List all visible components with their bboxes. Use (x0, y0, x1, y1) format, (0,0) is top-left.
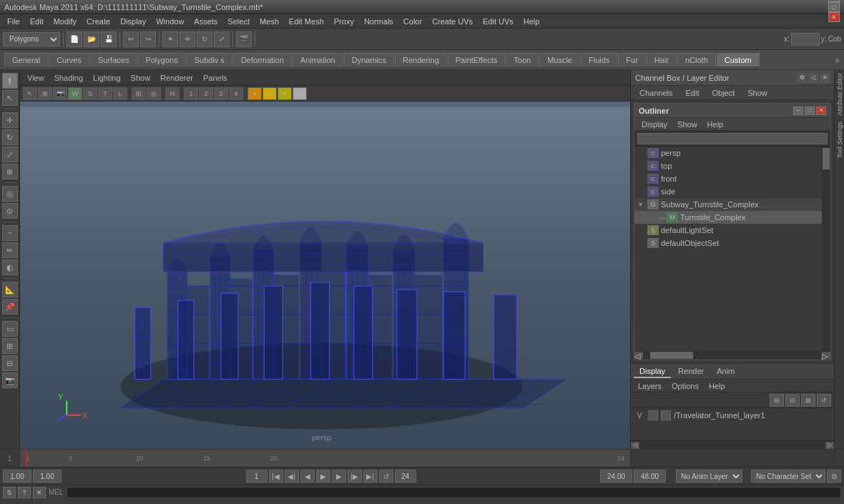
pb-skip-end[interactable]: ▶| (363, 470, 378, 483)
pb-prev[interactable]: ◀ (300, 470, 315, 483)
character-set-select[interactable]: No Character Set (751, 470, 825, 483)
shelf-tab-curves[interactable]: Curves (49, 53, 89, 66)
cb-tab-edit[interactable]: Edit (679, 87, 705, 99)
scroll-right[interactable]: ▷ (822, 352, 830, 359)
vp-wireframe-icon[interactable]: W (68, 87, 82, 100)
select-icon[interactable]: ✦ (162, 31, 178, 47)
viewport[interactable]: View Shading Lighting Show Renderer Pane… (20, 70, 630, 449)
script-editor-icon[interactable]: S (3, 487, 16, 498)
paint-tool[interactable]: ✏ (2, 242, 18, 258)
outliner-search-input[interactable] (637, 133, 828, 144)
menu-select[interactable]: Select (223, 16, 254, 27)
shelf-tab-ncloth[interactable]: nCloth (677, 53, 716, 66)
menu-color[interactable]: Color (399, 16, 426, 27)
outliner-menu-help[interactable]: Help (703, 119, 728, 129)
shelf-tab-hair[interactable]: Hair (647, 53, 677, 66)
shelf-tab-rendering[interactable]: Rendering (395, 53, 447, 66)
vp-r1-icon[interactable]: 1 (184, 87, 198, 100)
menu-edit-mesh[interactable]: Edit Mesh (285, 16, 328, 27)
playback-frame-input[interactable] (246, 470, 268, 483)
vp-camera-icon[interactable]: 📷 (53, 87, 67, 100)
vp-renderer-menu[interactable]: Renderer (156, 72, 197, 84)
layer-tab-anim[interactable]: Anim (711, 365, 740, 378)
show-manip-tool[interactable]: ⊙ (2, 203, 18, 219)
pb-loop[interactable]: ↺ (379, 470, 393, 483)
pb-next-key[interactable]: |▶ (348, 470, 362, 483)
menu-display[interactable]: Display (116, 16, 150, 27)
menu-create[interactable]: Create (82, 16, 114, 27)
vp-lighting-menu[interactable]: Lighting (89, 72, 125, 84)
vp-grid-icon[interactable]: ⊞ (132, 87, 146, 100)
vp-isolate-icon[interactable]: ◎ (147, 87, 161, 100)
pb-play[interactable]: ▶ (316, 470, 330, 483)
pb-prev-key[interactable]: ◀| (285, 470, 299, 483)
vp-show-menu[interactable]: Show (127, 72, 155, 84)
curve-tool[interactable]: ~ (2, 225, 18, 241)
outliner-item-lightset[interactable]: S defaultLightSet (634, 224, 830, 237)
move-icon[interactable]: ✛ (180, 31, 195, 47)
timeline-ruler[interactable]: 1 5 10 15 20 24 (20, 450, 630, 467)
layer-refresh-icon[interactable]: ↺ (817, 394, 831, 407)
layer-tab-display[interactable]: Display (634, 365, 671, 378)
outliner-minimize[interactable]: ─ (793, 107, 803, 115)
annotation-tool[interactable]: 📌 (2, 299, 18, 315)
move-tool[interactable]: ✛ (2, 112, 18, 128)
layer-checkbox-1[interactable] (648, 410, 658, 420)
shelf-tab-muscle[interactable]: Muscle (539, 53, 580, 66)
menu-mesh[interactable]: Mesh (255, 16, 283, 27)
vp-r4-icon[interactable]: 4 (229, 87, 243, 100)
outliner-tree[interactable]: C persp C top C front C side (634, 147, 830, 351)
vp-color2-icon[interactable]: ● (262, 87, 277, 100)
select-tool[interactable]: ⬆ (2, 73, 18, 89)
shelf-tab-fluids[interactable]: Fluids (581, 53, 617, 66)
shelf-tab-toon[interactable]: Toon (506, 53, 539, 66)
cb-tab-show[interactable]: Show (742, 87, 773, 99)
menu-assets[interactable]: Assets (190, 16, 222, 27)
outliner-menu-display[interactable]: Display (637, 119, 672, 129)
menu-file[interactable]: File (3, 16, 24, 27)
cb-tab-object[interactable]: Object (706, 87, 740, 99)
polygon-mode-select[interactable]: Polygons (3, 32, 60, 46)
menu-proxy[interactable]: Proxy (330, 16, 358, 27)
vp-r3-icon[interactable]: 3 (214, 87, 228, 100)
shelf-tab-surfaces[interactable]: Surfaces (90, 53, 137, 66)
layer-scroll-left[interactable]: ◁ (631, 442, 639, 449)
layer-new-icon[interactable]: ⊞ (770, 394, 784, 407)
pb-extra[interactable]: ⚙ (827, 470, 841, 483)
x-input[interactable] (791, 33, 820, 46)
scale-icon[interactable]: ⤢ (214, 31, 230, 47)
playback-end-input[interactable] (395, 470, 416, 483)
playback-range-end[interactable] (634, 470, 666, 483)
layer-menu-layers[interactable]: Layers (634, 381, 666, 391)
shelf-tab-dynamics[interactable]: Dynamics (344, 53, 394, 66)
playback-start-input[interactable] (3, 470, 31, 483)
open-scene-icon[interactable]: 📂 (84, 31, 99, 47)
vp-hud-icon[interactable]: H (165, 87, 180, 100)
outliner-item-top[interactable]: C top (634, 159, 830, 172)
outliner-close[interactable]: ✕ (816, 107, 826, 115)
show-help-icon[interactable]: ? (18, 487, 31, 498)
attr-editor-label[interactable]: Attribute Editor (835, 70, 844, 119)
playback-range-start[interactable] (600, 470, 632, 483)
vp-texture-icon[interactable]: T (98, 87, 112, 100)
outliner-scrollbar[interactable] (822, 147, 830, 351)
outliner-item-subway-complex[interactable]: ▼ G Subway_Turnstile_Complex (634, 198, 830, 211)
menu-modify[interactable]: Modify (49, 16, 81, 27)
shelf-tab-deformation[interactable]: Deformation (233, 53, 292, 66)
vp-panels-menu[interactable]: Panels (199, 72, 232, 84)
scrollbar-thumb[interactable] (823, 148, 830, 169)
redo-icon[interactable]: ↪ (140, 31, 156, 47)
vp-smooth-icon[interactable]: S (83, 87, 97, 100)
grid-tool[interactable]: ⊞ (2, 338, 18, 354)
render-icon[interactable]: 🎬 (236, 31, 252, 47)
outliner-menu-show[interactable]: Show (673, 119, 702, 129)
vp-color4-icon[interactable]: ● (293, 87, 307, 100)
rotate-tool[interactable]: ↻ (2, 129, 18, 145)
viewport-canvas[interactable]: X Y persp (20, 102, 630, 449)
layer-tab-render[interactable]: Render (672, 365, 710, 378)
vp-select-icon[interactable]: ↖ (23, 87, 37, 100)
shelf-tab-custom[interactable]: Custom (717, 53, 760, 66)
vp-view-menu[interactable]: View (23, 72, 49, 84)
close-button[interactable]: ✕ (828, 12, 840, 22)
shelf-tab-fur[interactable]: Fur (618, 53, 646, 66)
